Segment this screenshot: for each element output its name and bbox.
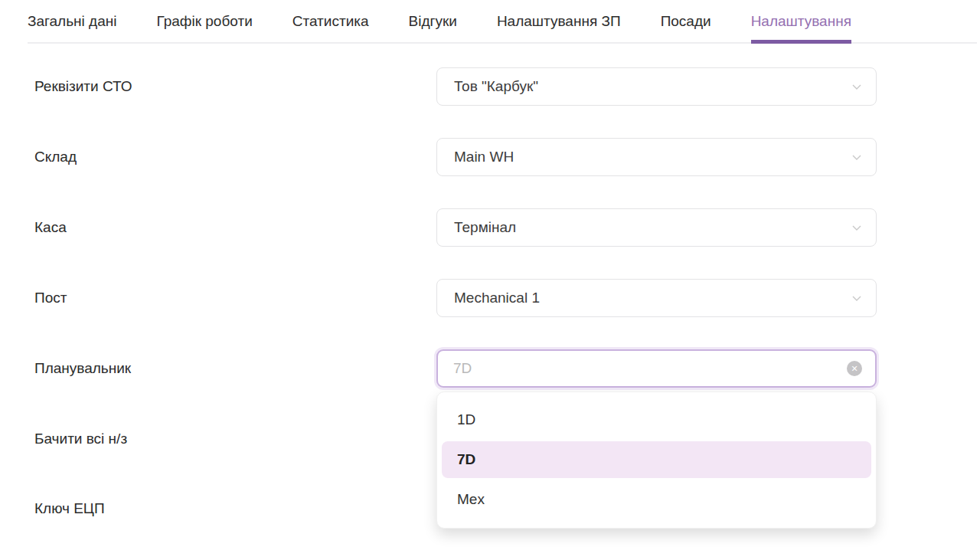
form-row-planner: Планувальник ✕: [0, 349, 980, 388]
chevron-down-icon: [850, 221, 864, 234]
planner-input[interactable]: [453, 360, 838, 377]
tab-work-schedule[interactable]: Графік роботи: [156, 0, 252, 42]
planner-dropdown: 1D 7D Mex: [436, 391, 877, 529]
form-row-cash-register: Каса Термінал: [0, 208, 980, 247]
field-label-planner: Планувальник: [34, 349, 131, 388]
chevron-down-icon: [850, 80, 864, 93]
field-label-sto-requisites: Реквізити СТО: [34, 67, 132, 106]
planner-option-mex[interactable]: Mex: [442, 481, 871, 518]
chevron-down-icon: [850, 291, 864, 305]
settings-page: Загальні дані Графік роботи Статистика В…: [0, 0, 980, 547]
tab-statistics[interactable]: Статистика: [292, 0, 369, 42]
field-label-cash-register: Каса: [34, 208, 67, 247]
post-select-value: Mechanical 1: [454, 290, 540, 306]
tab-reviews[interactable]: Відгуки: [409, 0, 457, 42]
tab-salary-settings[interactable]: Налаштування ЗП: [497, 0, 621, 42]
clear-icon[interactable]: ✕: [847, 361, 862, 376]
cash-register-select[interactable]: Термінал: [436, 208, 877, 247]
tab-general-data[interactable]: Загальні дані: [28, 0, 116, 42]
sto-requisites-select-value: Тов "Карбук": [454, 78, 538, 95]
field-label-post: Пост: [34, 279, 67, 317]
form-row-post: Пост Mechanical 1: [0, 279, 980, 317]
tab-settings[interactable]: Налаштування: [751, 0, 851, 42]
field-label-warehouse: Склад: [34, 138, 77, 176]
warehouse-select[interactable]: Main WH: [436, 138, 877, 176]
tab-bar: Загальні дані Графік роботи Статистика В…: [28, 0, 977, 44]
planner-combobox[interactable]: ✕: [436, 349, 877, 388]
chevron-down-icon: [850, 150, 864, 164]
cash-register-select-value: Термінал: [454, 219, 516, 236]
planner-option-1d[interactable]: 1D: [442, 401, 871, 438]
form-row-warehouse: Склад Main WH: [0, 138, 980, 176]
form-row-sto-requisites: Реквізити СТО Тов "Карбук": [0, 67, 980, 106]
post-select[interactable]: Mechanical 1: [436, 279, 877, 317]
sto-requisites-select[interactable]: Тов "Карбук": [436, 67, 877, 106]
field-label-digital-signature-key: Ключ ЕЦП: [34, 490, 105, 528]
warehouse-select-value: Main WH: [454, 149, 514, 165]
planner-option-7d[interactable]: 7D: [442, 441, 871, 478]
tab-positions[interactable]: Посади: [661, 0, 711, 42]
field-label-see-all-orders: Бачити всі н/з: [34, 420, 127, 458]
